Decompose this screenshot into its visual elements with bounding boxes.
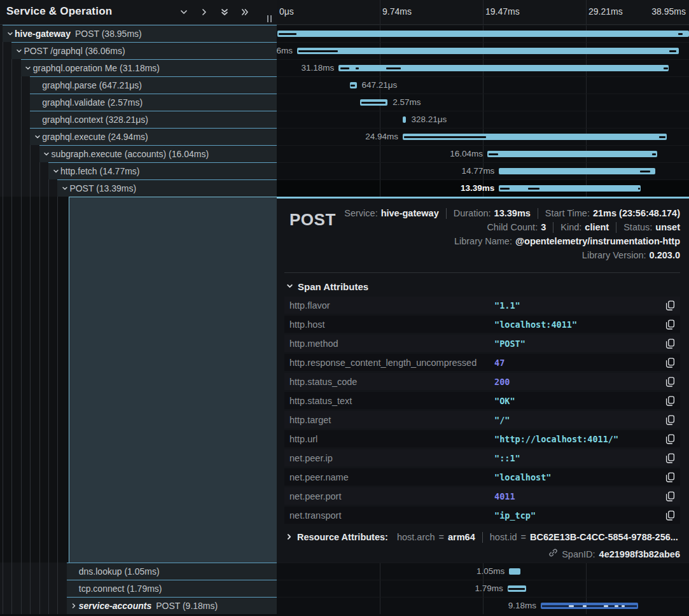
overview-field-label: Start Time: (545, 208, 590, 218)
copy-icon[interactable] (664, 337, 676, 350)
span-tree-row[interactable]: graphql.execute (24.94ms) (0, 128, 277, 145)
attribute-key: http.status_code (289, 377, 494, 387)
resource-attributes-values: host.arch=arm64host.id=BC62E13B-C4CC-585… (397, 532, 678, 543)
span-timeline-row[interactable]: 13.39ms (277, 179, 689, 197)
equals-sign: = (439, 532, 444, 542)
span-duration-label: 1.05ms (477, 566, 505, 576)
span-tree-row[interactable]: graphql.operation Me (31.18ms) (0, 59, 277, 76)
span-row: graphql.validate (2.57ms) 2.57ms (0, 94, 689, 111)
timeline-tick: 19.47ms (485, 6, 520, 17)
span-timeline-row[interactable]: 31.18ms (277, 59, 689, 76)
double-chevron-down-icon[interactable] (219, 6, 230, 17)
span-tree-row[interactable]: service-accounts POST (9.18ms) (0, 597, 277, 614)
overview-field-label: Kind: (560, 222, 581, 232)
span-bar[interactable] (277, 31, 689, 37)
span-timeline-row[interactable]: 328.21μs (277, 111, 689, 128)
span-bar[interactable] (350, 82, 357, 88)
attribute-row: net.peer.ip "::1" (284, 449, 680, 466)
attribute-key: net.peer.name (289, 472, 494, 482)
span-row: graphql.execute (24.94ms) 24.94ms (0, 128, 689, 145)
span-duration-label: 16.04ms (450, 149, 483, 158)
span-tree-row[interactable]: graphql.validate (2.57ms) (0, 94, 277, 111)
copy-icon[interactable] (664, 433, 676, 445)
attribute-row: http.status_code 200 (284, 373, 680, 390)
span-bar[interactable] (487, 151, 657, 157)
span-tree-row[interactable]: POST (13.39ms) (0, 179, 277, 197)
copy-icon[interactable] (664, 452, 676, 465)
span-timeline-row[interactable]: 14.77ms (277, 162, 689, 179)
span-tree-row[interactable]: POST /graphql (36.06ms) (0, 42, 277, 59)
span-bar[interactable] (338, 65, 669, 71)
span-service-name: hive-gateway (15, 29, 71, 39)
span-bar[interactable] (297, 48, 679, 54)
detail-left-gutter (0, 197, 277, 563)
span-toggle-icon[interactable] (14, 46, 24, 56)
span-operation-label: tcp.connect (1.79ms) (79, 584, 162, 594)
resource-attributes-row[interactable]: Resource Attributes: host.arch=arm64host… (286, 531, 680, 543)
span-timeline-row[interactable]: 24.94ms (277, 128, 689, 145)
attribute-value: "::1" (494, 453, 664, 463)
span-row: graphql.operation Me (31.18ms) 31.18ms (0, 59, 689, 76)
copy-icon[interactable] (664, 414, 676, 426)
span-timeline-row[interactable]: 9.18ms (277, 597, 689, 614)
timeline-tick: 0μs (279, 6, 294, 17)
span-timeline-row[interactable]: 2.57ms (277, 94, 689, 111)
span-tree-row[interactable]: graphql.context (328.21μs) (0, 111, 277, 128)
copy-icon[interactable] (664, 299, 676, 312)
span-toggle-icon[interactable] (5, 29, 15, 39)
span-tree-row[interactable]: subgraph.execute (accounts) (16.04ms) (0, 145, 277, 162)
span-tree-row[interactable]: http.fetch (14.77ms) (0, 162, 277, 179)
link-icon[interactable] (548, 548, 558, 560)
attribute-value: "localhost:4011" (494, 319, 664, 330)
copy-icon[interactable] (664, 490, 676, 503)
panel-resize-handle[interactable] (267, 15, 272, 22)
resource-attributes-header: Resource Attributes: (297, 532, 388, 542)
overview-field-value: 3 (541, 222, 546, 232)
chevron-down-icon[interactable] (178, 6, 189, 17)
copy-icon[interactable] (664, 395, 676, 407)
span-toggle-icon[interactable] (69, 601, 79, 611)
span-toggle-icon[interactable] (51, 167, 60, 176)
span-bar[interactable] (541, 603, 638, 609)
span-bar[interactable] (360, 99, 387, 106)
span-tree-row[interactable]: hive-gateway POST (38.95ms) (0, 25, 277, 42)
span-timeline-row[interactable]: 1.79ms (277, 580, 689, 597)
span-bar[interactable] (499, 185, 641, 192)
span-row: http.fetch (14.77ms) 14.77ms (0, 162, 689, 179)
span-timeline-row[interactable]: 38.95ms (277, 25, 689, 42)
attribute-value: 4011 (494, 491, 664, 501)
copy-icon[interactable] (664, 471, 676, 484)
span-bar[interactable] (403, 134, 667, 140)
span-timeline-row[interactable]: 36.06ms (277, 42, 689, 59)
span-toggle-icon[interactable] (60, 184, 69, 193)
span-tree-row[interactable]: tcp.connect (1.79ms) (0, 580, 277, 597)
span-bar[interactable] (508, 585, 527, 592)
attribute-key: http.response_content_length_uncompresse… (289, 358, 494, 368)
span-attributes-toggle[interactable]: Span Attributes (286, 281, 680, 292)
copy-icon[interactable] (664, 375, 676, 388)
span-toggle-icon[interactable] (42, 150, 52, 159)
span-duration-label: 1.79ms (475, 584, 503, 593)
span-duration-label: 24.94ms (365, 132, 398, 141)
copy-icon[interactable] (664, 356, 676, 369)
span-bar[interactable] (509, 568, 520, 575)
span-tree-row[interactable]: dns.lookup (1.05ms) (0, 563, 277, 580)
span-tree-row[interactable]: graphql.parse (647.21μs) (0, 76, 277, 94)
copy-icon[interactable] (664, 509, 676, 522)
resource-attribute-value: BC62E13B-C4CC-5854-9788-256... (530, 532, 678, 542)
resource-attribute-value: arm64 (448, 532, 475, 542)
span-toggle-icon[interactable] (32, 132, 42, 142)
tree-header-title: Service & Operation (6, 5, 112, 18)
span-detail-band: POST Service:hive-gatewayDuration:13.39m… (0, 197, 689, 563)
span-bar[interactable] (499, 168, 655, 174)
span-timeline-row[interactable]: 647.21μs (277, 76, 689, 94)
span-bar[interactable] (403, 116, 406, 123)
span-toggle-icon[interactable] (24, 64, 33, 73)
attribute-row: http.target "/" (284, 411, 680, 428)
span-timeline-row[interactable]: 16.04ms (277, 145, 689, 162)
double-chevron-right-icon[interactable] (239, 6, 250, 17)
copy-icon[interactable] (664, 318, 676, 331)
chevron-right-icon[interactable] (198, 6, 209, 17)
span-timeline-row[interactable]: 1.05ms (277, 563, 689, 580)
attribute-row: http.flavor "1.1" (284, 297, 680, 314)
